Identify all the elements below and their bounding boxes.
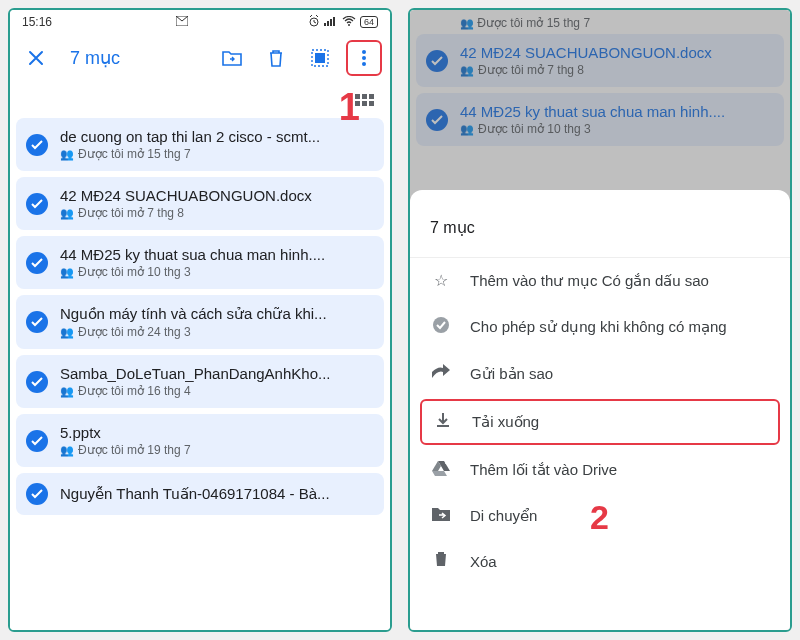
star-icon: ☆ bbox=[430, 271, 452, 290]
sheet-item-send[interactable]: Gửi bản sao bbox=[410, 351, 790, 397]
file-title: Nguồn máy tính và cách sửa chữa khi... bbox=[60, 305, 374, 323]
file-title: Nguyễn Thanh Tuấn-0469171084 - Bà... bbox=[60, 485, 374, 503]
sheet-item-label: Thêm lối tắt vào Drive bbox=[470, 461, 617, 479]
shared-icon: 👥 bbox=[60, 207, 74, 220]
wifi-icon bbox=[342, 15, 356, 29]
bottom-sheet: 7 mục ☆ Thêm vào thư mục Có gắn dấu sao … bbox=[410, 190, 790, 630]
svg-point-10 bbox=[362, 56, 366, 60]
share-icon bbox=[430, 364, 452, 384]
sheet-item-label: Thêm vào thư mục Có gắn dấu sao bbox=[470, 272, 709, 290]
sheet-item-label: Gửi bản sao bbox=[470, 365, 553, 383]
svg-rect-7 bbox=[315, 53, 325, 63]
file-subtitle: Được tôi mở 19 thg 7 bbox=[78, 443, 191, 457]
phone-left: 15:16 64 7 mục bbox=[8, 8, 392, 632]
check-icon bbox=[26, 311, 48, 333]
sheet-item-star[interactable]: ☆ Thêm vào thư mục Có gắn dấu sao bbox=[410, 258, 790, 303]
shared-icon: 👥 bbox=[60, 444, 74, 457]
status-time: 15:16 bbox=[22, 15, 52, 29]
move-icon bbox=[430, 506, 452, 525]
view-toolbar bbox=[10, 82, 390, 118]
delete-button[interactable] bbox=[258, 40, 294, 76]
check-icon bbox=[26, 193, 48, 215]
file-subtitle: Được tôi mở 24 thg 3 bbox=[78, 325, 191, 339]
list-item[interactable]: Nguồn máy tính và cách sửa chữa khi... 👥… bbox=[16, 295, 384, 349]
svg-rect-2 bbox=[324, 23, 326, 26]
selection-count: 7 mục bbox=[62, 47, 206, 69]
mail-icon bbox=[176, 15, 188, 29]
file-subtitle: Được tôi mở 7 thg 8 bbox=[78, 206, 184, 220]
status-bar: 15:16 64 bbox=[10, 10, 390, 34]
file-subtitle: Được tôi mở 10 thg 3 bbox=[78, 265, 191, 279]
select-all-button[interactable] bbox=[302, 40, 338, 76]
shared-icon: 👥 bbox=[60, 385, 74, 398]
list-item[interactable]: Nguyễn Thanh Tuấn-0469171084 - Bà... bbox=[16, 473, 384, 515]
svg-point-9 bbox=[362, 50, 366, 54]
svg-rect-3 bbox=[327, 21, 329, 26]
list-item[interactable]: 5.pptx 👥Được tôi mở 19 thg 7 bbox=[16, 414, 384, 467]
svg-rect-4 bbox=[330, 19, 332, 26]
svg-rect-5 bbox=[333, 17, 335, 26]
sheet-item-label: Xóa bbox=[470, 553, 497, 570]
file-title: 44 MĐ25 ky thuat sua chua man hinh.... bbox=[60, 246, 374, 263]
check-icon bbox=[26, 371, 48, 393]
svg-point-12 bbox=[433, 317, 449, 333]
sheet-item-shortcut[interactable]: + Thêm lối tắt vào Drive bbox=[410, 447, 790, 493]
trash-icon bbox=[430, 551, 452, 571]
svg-text:+: + bbox=[445, 460, 450, 469]
signal-icon bbox=[324, 15, 338, 29]
alarm-icon bbox=[308, 15, 320, 30]
check-icon bbox=[26, 134, 48, 156]
grid-view-button[interactable] bbox=[355, 94, 374, 106]
download-icon bbox=[432, 412, 454, 432]
list-item[interactable]: 42 MĐ24 SUACHUABONGUON.docx 👥Được tôi mở… bbox=[16, 177, 384, 230]
file-subtitle: Được tôi mở 16 thg 4 bbox=[78, 384, 191, 398]
file-title: 42 MĐ24 SUACHUABONGUON.docx bbox=[60, 187, 374, 204]
sheet-item-label: Di chuyển bbox=[470, 507, 537, 525]
sheet-item-label: Cho phép sử dụng khi không có mạng bbox=[470, 318, 727, 336]
list-item[interactable]: Samba_DoLeTuan_PhanDangAnhKho... 👥Được t… bbox=[16, 355, 384, 408]
sheet-title: 7 mục bbox=[410, 210, 790, 258]
close-button[interactable] bbox=[18, 40, 54, 76]
selection-toolbar: 7 mục bbox=[10, 34, 390, 82]
svg-point-6 bbox=[348, 24, 350, 26]
shared-icon: 👥 bbox=[60, 148, 74, 161]
sheet-item-delete[interactable]: Xóa bbox=[410, 538, 790, 584]
drive-shortcut-icon: + bbox=[430, 460, 452, 480]
check-icon bbox=[26, 483, 48, 505]
check-icon bbox=[26, 252, 48, 274]
svg-point-11 bbox=[362, 62, 366, 66]
shared-icon: 👥 bbox=[60, 326, 74, 339]
sheet-item-move[interactable]: Di chuyển bbox=[410, 493, 790, 538]
offline-icon bbox=[430, 316, 452, 338]
list-item[interactable]: 44 MĐ25 ky thuat sua chua man hinh.... 👥… bbox=[16, 236, 384, 289]
sheet-item-download[interactable]: Tải xuống bbox=[420, 399, 780, 445]
sheet-item-offline[interactable]: Cho phép sử dụng khi không có mạng bbox=[410, 303, 790, 351]
file-list: de cuong on tap thi lan 2 cisco - scmt..… bbox=[10, 118, 390, 630]
file-title: de cuong on tap thi lan 2 cisco - scmt..… bbox=[60, 128, 374, 145]
sheet-item-label: Tải xuống bbox=[472, 413, 539, 431]
battery-level: 64 bbox=[360, 16, 378, 28]
svg-rect-13 bbox=[437, 425, 449, 427]
move-to-folder-button[interactable] bbox=[214, 40, 250, 76]
check-icon bbox=[26, 430, 48, 452]
more-options-button[interactable] bbox=[346, 40, 382, 76]
file-subtitle: Được tôi mở 15 thg 7 bbox=[78, 147, 191, 161]
file-title: Samba_DoLeTuan_PhanDangAnhKho... bbox=[60, 365, 374, 382]
file-title: 5.pptx bbox=[60, 424, 374, 441]
shared-icon: 👥 bbox=[60, 266, 74, 279]
phone-right: 👥 Được tôi mở 15 thg 7 42 MĐ24 SUACHUABO… bbox=[408, 8, 792, 632]
list-item[interactable]: de cuong on tap thi lan 2 cisco - scmt..… bbox=[16, 118, 384, 171]
